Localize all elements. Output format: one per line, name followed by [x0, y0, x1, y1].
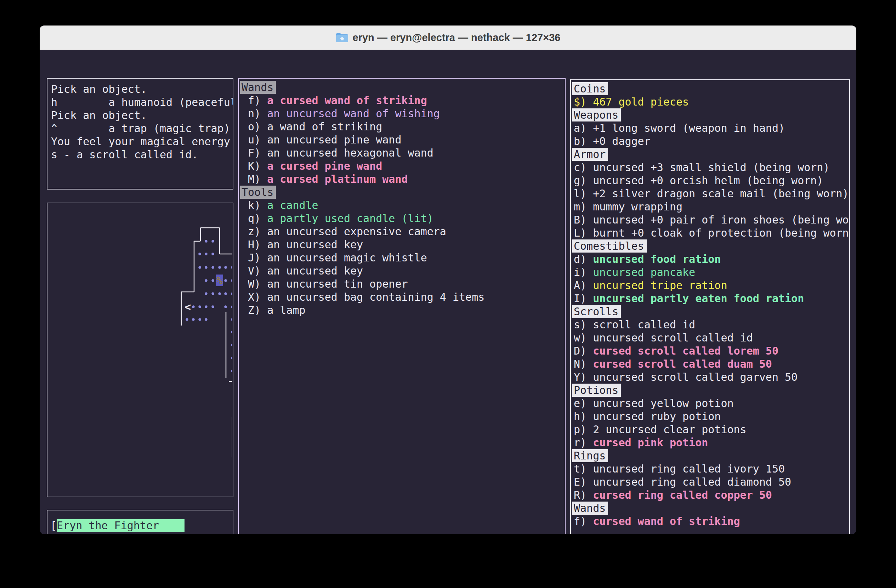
menu-item-key: r)	[574, 436, 593, 449]
menu-item-key: Z)	[248, 304, 267, 316]
menu-item-label: uncursed tripe ration	[593, 279, 727, 291]
menu-item-label: scroll called id	[593, 318, 695, 331]
menu-header-label: Wands	[240, 81, 276, 94]
menu-item-row: Y) uncursed scroll called garven 50	[574, 370, 849, 384]
menu-item-row: w) uncursed scroll called id	[574, 331, 849, 344]
status-segment: Dlvl:9	[50, 532, 88, 534]
menu-item-row: m) mummy wrapping	[574, 200, 849, 213]
menu-item-row: a) +1 long sword (weapon in hand)	[574, 122, 849, 135]
menu-item-row: $) 467 gold pieces	[574, 95, 849, 108]
menu-item-row: D) cursed scroll called lorem 50	[574, 344, 849, 357]
terminal-content[interactable]: Pick an object.h a humanoid (peacefulPic…	[40, 50, 856, 534]
menu-item-row[interactable]: H) an uncursed key	[242, 238, 565, 251]
menu-item-label: +1 long sword (weapon in hand)	[593, 122, 785, 134]
menu-item-key: E)	[574, 476, 593, 488]
window-title: eryn — eryn@electra — nethack — 127×36	[353, 32, 561, 44]
menu-item-label: cursed pink potion	[593, 436, 708, 449]
menu-item-row: e) uncursed yellow potion	[574, 397, 849, 410]
svg-text:<: <	[184, 301, 191, 313]
menu-item-key: R)	[574, 489, 593, 501]
menu-item-row[interactable]: u) an uncursed pine wand	[242, 133, 565, 146]
menu-item-label: uncursed scroll called id	[593, 332, 753, 344]
menu-header-row: Tools	[242, 186, 565, 199]
menu-header-label: Wands	[572, 501, 608, 515]
menu-item-row: d) uncursed food ration	[574, 253, 849, 266]
menu-item-key: X)	[248, 291, 267, 303]
menu-item-label: mummy wrapping	[593, 201, 683, 213]
message-line: Pick an object.	[51, 82, 233, 96]
window-title-group: eryn — eryn@electra — nethack — 127×36	[336, 32, 561, 44]
status-segment: HP:40	[146, 532, 178, 534]
menu-item-label: 2 uncursed clear potions	[593, 423, 746, 436]
menu-item-key: d)	[574, 253, 593, 265]
menu-header-label: Weapons	[572, 108, 621, 122]
inventory-menu-panel: Wandsf) a cursed wand of strikingn) an u…	[238, 78, 565, 534]
menu-item-label: uncursed yellow potion	[593, 397, 733, 410]
menu-item-row: r) cursed pink potion	[574, 436, 849, 449]
menu-item-key: h)	[574, 410, 593, 423]
menu-header-row: Rings	[574, 449, 849, 462]
menu-header-row: Coins	[574, 82, 849, 95]
menu-item-label: uncursed +0 pair of iron shoes (being wo	[593, 213, 849, 226]
menu-item-label: an uncursed hexagonal wand	[267, 147, 433, 159]
menu-item-row: E) uncursed ring called diamond 50	[574, 475, 849, 489]
menu-item-label: +2 silver dragon scale mail (being worn)	[593, 187, 849, 200]
menu-item-row: I) uncursed partly eaten food ration	[574, 292, 849, 305]
menu-item-row[interactable]: n) an uncursed wand of wishing	[242, 107, 565, 120]
message-line: ^ a trap (magic trap)	[51, 122, 233, 135]
menu-header-row: Armor	[574, 148, 849, 161]
status-segment	[204, 532, 217, 534]
menu-item-row[interactable]: z) an uncursed expensive camera	[242, 225, 565, 238]
status-segment: Pw:	[217, 532, 233, 534]
title-bar[interactable]: eryn — eryn@electra — nethack — 127×36	[40, 26, 856, 50]
menu-item-row: h) uncursed ruby potion	[574, 410, 849, 423]
menu-item-row[interactable]: V) an uncursed key	[242, 264, 565, 277]
dungeon-map: %<	[47, 203, 233, 496]
persistent-inventory-panel: Coins$) 467 gold piecesWeaponsa) +1 long…	[570, 79, 850, 534]
menu-item-label: an uncursed key	[267, 238, 363, 251]
menu-item-label: uncursed food ration	[593, 253, 721, 265]
menu-header-row: Potions	[574, 384, 849, 397]
desktop-background: eryn — eryn@electra — nethack — 127×36 P…	[0, 0, 896, 588]
menu-item-key: D)	[574, 345, 593, 357]
menu-item-row[interactable]: o) a wand of striking	[242, 120, 565, 133]
menu-item-row[interactable]: X) an uncursed bag containing 4 items	[242, 291, 565, 303]
menu-item-row[interactable]: W) an uncursed tin opener	[242, 277, 565, 291]
menu-item-row[interactable]: J) an uncursed magic whistle	[242, 251, 565, 264]
menu-item-key: w)	[574, 332, 593, 344]
menu-item-row: f) cursed wand of striking	[574, 515, 849, 528]
menu-item-row[interactable]: K) a cursed pine wand	[242, 159, 565, 172]
menu-item-key: Y)	[574, 371, 593, 383]
menu-item-key: u)	[248, 134, 267, 146]
menu-item-key: m)	[574, 201, 593, 213]
message-line: You feel your magical energy	[51, 135, 233, 148]
menu-item-key: q)	[248, 212, 267, 225]
status-line-stats: Dlvl:9 $:467 HP:40(56) Pw:	[50, 532, 233, 534]
menu-item-row[interactable]: F) an uncursed hexagonal wand	[242, 146, 565, 159]
menu-item-row[interactable]: Z) a lamp	[242, 303, 565, 317]
menu-item-key: L)	[574, 227, 593, 239]
menu-header-row: Weapons	[574, 108, 849, 122]
menu-header-row: Comestibles	[574, 239, 849, 253]
menu-header-label: Rings	[572, 449, 608, 462]
menu-item-label: a partly used candle (lit)	[267, 212, 433, 225]
menu-item-label: a cursed pine wand	[267, 160, 382, 172]
menu-item-label: uncursed ring called diamond 50	[593, 476, 791, 488]
menu-item-row: t) uncursed ring called ivory 150	[574, 462, 849, 475]
menu-item-label: an uncursed pine wand	[267, 134, 401, 146]
menu-item-key: N)	[574, 358, 593, 370]
svg-text:%: %	[216, 274, 223, 286]
menu-item-row: N) cursed scroll called duam 50	[574, 357, 849, 370]
menu-item-row[interactable]: k) a candle	[242, 199, 565, 212]
status-segment: Eryn the Fighter	[57, 519, 184, 532]
menu-item-row[interactable]: q) a partly used candle (lit)	[242, 212, 565, 225]
menu-item-row[interactable]: M) a cursed platinum wand	[242, 172, 565, 186]
menu-item-key: k)	[248, 199, 267, 212]
menu-item-row: B) uncursed +0 pair of iron shoes (being…	[574, 213, 849, 226]
menu-item-row: i) uncursed pancake	[574, 266, 849, 279]
menu-item-row[interactable]: f) a cursed wand of striking	[242, 94, 565, 107]
menu-item-label: uncursed +3 small shield (being worn)	[593, 161, 829, 174]
menu-item-key: b)	[574, 135, 593, 147]
menu-item-label: a lamp	[267, 304, 305, 316]
menu-item-key: g)	[574, 174, 593, 187]
